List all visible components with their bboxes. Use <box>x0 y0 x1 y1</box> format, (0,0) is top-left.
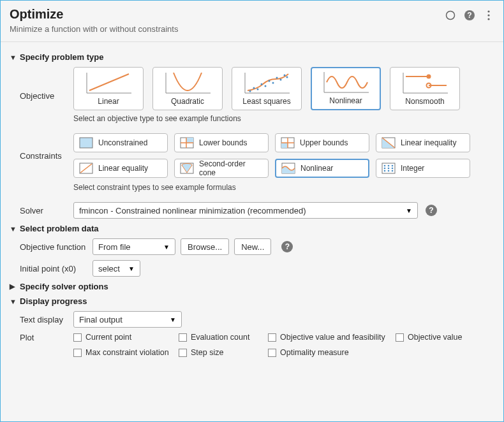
constraint-option-linear-equality[interactable]: Linear equality <box>73 159 168 178</box>
integer-icon <box>382 163 396 174</box>
plot-checkbox-max-constraint-violation[interactable]: Max constraint violation <box>73 348 179 357</box>
unconstrained-icon <box>79 137 93 149</box>
chevron-down-icon: ▼ <box>10 298 16 305</box>
checkbox-icon <box>179 333 187 342</box>
objective-option-least-squares[interactable]: Least squares <box>232 67 302 110</box>
svg-point-13 <box>249 91 251 92</box>
section-title: Specify problem type <box>20 52 103 62</box>
linear-icon <box>83 70 134 96</box>
checkbox-icon <box>179 349 187 357</box>
objective-option-quadratic[interactable]: Quadratic <box>152 67 223 110</box>
solver-label: Solver <box>10 206 73 215</box>
plot-label: Plot <box>10 333 73 342</box>
svg-point-57 <box>388 170 390 172</box>
status-circle-icon[interactable] <box>445 10 456 21</box>
browse-button[interactable]: Browse... <box>181 238 229 255</box>
nonlinear-constraint-icon <box>281 163 295 174</box>
objective-option-linear[interactable]: Linear <box>73 67 144 110</box>
solver-select[interactable]: fmincon - Constrained nonlinear minimiza… <box>73 202 418 219</box>
svg-rect-34 <box>186 138 193 143</box>
svg-point-55 <box>392 168 394 170</box>
solver-help-icon[interactable]: ? <box>426 205 437 216</box>
objective-function-help-icon[interactable]: ? <box>281 241 293 252</box>
more-menu-icon[interactable] <box>483 10 494 21</box>
svg-rect-32 <box>80 138 93 148</box>
svg-point-54 <box>388 168 390 170</box>
svg-point-19 <box>272 82 274 84</box>
section-specify-problem-type[interactable]: ▼ Specify problem type <box>10 52 494 62</box>
plot-checkbox-objective-value[interactable]: Objective value <box>396 333 472 342</box>
initial-point-label: Initial point (x0) <box>10 264 93 273</box>
constraint-option-lower-bounds[interactable]: Lower bounds <box>174 133 269 152</box>
upper-bounds-icon <box>281 137 295 149</box>
chevron-down-icon: ▼ <box>10 225 16 233</box>
svg-line-8 <box>89 74 129 91</box>
svg-point-0 <box>447 11 455 20</box>
objective-label: Objective <box>10 67 73 101</box>
header: Optimize Minimize a function with or wit… <box>1 1 503 42</box>
svg-point-50 <box>384 165 386 167</box>
svg-point-20 <box>276 77 278 79</box>
chevron-down-icon: ▼ <box>128 265 135 272</box>
plot-checkbox-step-size[interactable]: Step size <box>179 348 268 357</box>
new-button[interactable]: New... <box>234 238 271 255</box>
svg-point-51 <box>388 165 390 167</box>
least-squares-icon <box>241 70 292 96</box>
svg-point-4 <box>487 14 489 16</box>
objective-function-label: Objective function <box>10 242 93 252</box>
linear-inequality-icon <box>382 137 396 149</box>
constraint-option-unconstrained[interactable]: Unconstrained <box>73 133 168 152</box>
plot-checkbox-evaluation-count[interactable]: Evaluation count <box>179 333 268 342</box>
svg-point-14 <box>253 87 255 89</box>
second-order-cone-icon <box>180 163 194 174</box>
svg-text:?: ? <box>467 11 471 20</box>
constraint-option-linear-inequality[interactable]: Linear inequality <box>376 133 470 152</box>
svg-point-17 <box>265 85 267 87</box>
initial-point-select[interactable]: select ▼ <box>93 260 140 277</box>
quadratic-icon <box>162 70 213 96</box>
nonlinear-icon <box>320 69 371 95</box>
objective-hint: Select an objective type to see example … <box>73 114 494 123</box>
constraint-option-nonlinear[interactable]: Nonlinear <box>275 159 369 178</box>
help-icon[interactable]: ? <box>464 10 475 21</box>
section-title: Specify solver options <box>20 282 108 291</box>
plot-checkbox-optimality-measure[interactable]: Optimality measure <box>268 348 396 357</box>
page-title: Optimize <box>10 7 178 22</box>
svg-point-18 <box>269 80 271 82</box>
constraints-hint: Select constraint types to see example f… <box>73 183 494 192</box>
linear-equality-icon <box>79 163 93 174</box>
chevron-down-icon: ▼ <box>170 316 176 323</box>
nonsmooth-icon <box>399 70 450 96</box>
svg-point-3 <box>487 10 489 12</box>
constraint-option-second-order-cone[interactable]: Second-order cone <box>174 159 269 178</box>
svg-point-56 <box>384 170 386 172</box>
svg-point-23 <box>286 76 288 78</box>
plot-checkbox-objective-value-feasibility[interactable]: Objective value and feasibility <box>268 333 396 342</box>
page-subtitle: Minimize a function with or without cons… <box>10 24 178 34</box>
svg-point-29 <box>427 75 431 79</box>
chevron-down-icon: ▼ <box>10 54 16 61</box>
svg-point-22 <box>284 75 286 76</box>
section-select-problem-data[interactable]: ▼ Select problem data <box>10 224 494 233</box>
section-specify-solver-options[interactable]: ▶ Specify solver options <box>10 282 494 291</box>
section-display-progress[interactable]: ▼ Display progress <box>10 296 494 306</box>
objective-option-nonlinear[interactable]: Nonlinear <box>311 67 381 110</box>
checkbox-icon <box>396 333 404 342</box>
text-display-select[interactable]: Final output ▼ <box>73 311 182 328</box>
lower-bounds-icon <box>180 137 194 149</box>
objective-option-nonsmooth[interactable]: Nonsmooth <box>390 67 460 110</box>
svg-point-21 <box>280 79 282 81</box>
objective-function-source-select[interactable]: From file ▼ <box>93 238 175 255</box>
svg-rect-38 <box>281 143 288 148</box>
plot-checkbox-current-point[interactable]: Current point <box>73 333 179 342</box>
svg-point-16 <box>261 84 263 85</box>
svg-point-53 <box>384 168 386 170</box>
checkbox-icon <box>268 349 276 357</box>
chevron-right-icon: ▶ <box>10 282 16 291</box>
chevron-down-icon: ▼ <box>406 207 412 214</box>
constraint-option-upper-bounds[interactable]: Upper bounds <box>275 133 369 152</box>
chevron-down-icon: ▼ <box>163 244 170 251</box>
section-title: Display progress <box>20 296 87 306</box>
text-display-label: Text display <box>10 315 73 324</box>
constraint-option-integer[interactable]: Integer <box>376 159 470 178</box>
